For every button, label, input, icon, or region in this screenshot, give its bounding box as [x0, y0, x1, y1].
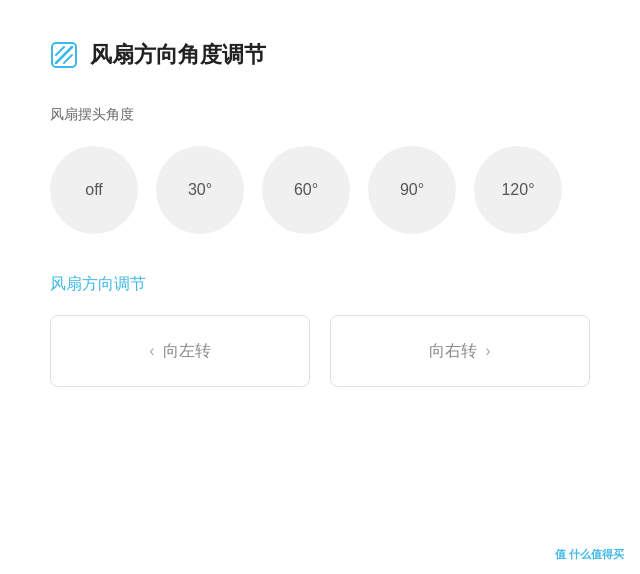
turn-right-label: 向右转	[429, 341, 477, 362]
page-title: 风扇方向角度调节	[90, 40, 266, 70]
chevron-left-icon: ‹	[149, 342, 154, 360]
watermark-prefix: 值	[555, 548, 566, 560]
direction-section-title: 风扇方向调节	[50, 274, 590, 295]
angle-btn-off[interactable]: off	[50, 146, 138, 234]
chevron-right-icon: ›	[485, 342, 490, 360]
watermark-suffix: 什么值得买	[569, 548, 624, 560]
angle-btn-60[interactable]: 60°	[262, 146, 350, 234]
turn-left-button[interactable]: ‹ 向左转	[50, 315, 310, 387]
angle-section-label: 风扇摆头角度	[50, 106, 590, 124]
angle-btn-120[interactable]: 120°	[474, 146, 562, 234]
page-container: 风扇方向角度调节 风扇摆头角度 off 30° 60° 90° 120° 风扇方…	[0, 0, 640, 427]
fan-direction-icon	[50, 41, 78, 69]
watermark: 值 什么值得买	[555, 547, 624, 562]
angle-section: 风扇摆头角度 off 30° 60° 90° 120°	[50, 106, 590, 234]
angle-options-row: off 30° 60° 90° 120°	[50, 146, 590, 234]
svg-line-1	[56, 47, 72, 63]
svg-line-3	[64, 55, 72, 63]
turn-left-label: 向左转	[163, 341, 211, 362]
turn-right-button[interactable]: 向右转 ›	[330, 315, 590, 387]
angle-btn-90[interactable]: 90°	[368, 146, 456, 234]
direction-section: 风扇方向调节 ‹ 向左转 向右转 ›	[50, 274, 590, 387]
header: 风扇方向角度调节	[50, 40, 590, 70]
direction-buttons-row: ‹ 向左转 向右转 ›	[50, 315, 590, 387]
svg-line-2	[56, 47, 64, 55]
angle-btn-30[interactable]: 30°	[156, 146, 244, 234]
